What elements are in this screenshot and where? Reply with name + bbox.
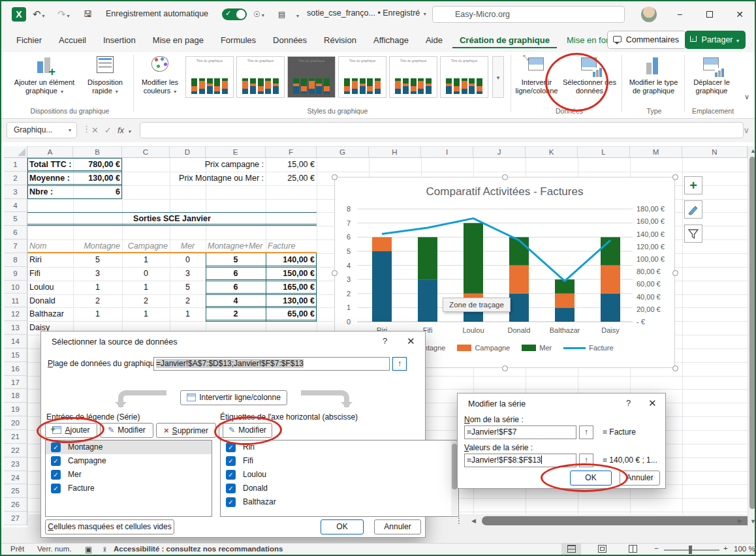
row-header-21[interactable]: 21	[4, 430, 27, 444]
checkbox-checked-icon[interactable]: ✓	[226, 456, 236, 466]
row-header-23[interactable]: 23	[4, 457, 27, 471]
cell-E7[interactable]: Montagne+Mer	[206, 239, 266, 253]
row-header-20[interactable]: 20	[4, 416, 27, 430]
chart-style-thumbnail[interactable]: Titre du graphique	[440, 56, 488, 98]
accessibility-status[interactable]: Accessibilité : consultez nos recommanda…	[114, 545, 283, 553]
cell-B1[interactable]: 780,00 €	[73, 158, 122, 172]
legend-item-facture[interactable]: Facture	[563, 344, 613, 352]
scroll-left-icon[interactable]: ◀	[471, 517, 476, 524]
row-header-22[interactable]: 22	[4, 444, 27, 457]
row-header-24[interactable]: 24	[4, 471, 27, 485]
cell-D7[interactable]: Mer	[170, 239, 206, 253]
legend-series-campagne[interactable]: ✓Campagne	[46, 454, 212, 468]
select-all-corner[interactable]	[4, 146, 27, 158]
switch-row-column-button[interactable]: ⤡ Intervertir ligne/colonne	[513, 55, 560, 102]
row-header-11[interactable]: 11	[4, 294, 27, 308]
cell-F9[interactable]: 150,00 €	[266, 267, 317, 281]
cell-A2[interactable]: Moyenne :	[27, 172, 73, 185]
chart-data-range-input[interactable]: =Janvier!$A$7:$D$13;Janvier!$F$7:$F$13	[153, 357, 390, 371]
select-data-button[interactable]: Sélectionner des données	[561, 55, 618, 102]
ok-button[interactable]: OK	[570, 471, 612, 486]
cell-D2[interactable]: Prix Montagne ou Mer :	[170, 172, 266, 185]
cell-A7[interactable]: Nom	[27, 239, 73, 253]
legend-entries-list[interactable]: ✓Montagne✓Campagne✓Mer✓Facture	[45, 440, 212, 517]
cell-D1[interactable]: Prix campagne :	[170, 158, 266, 172]
close-button[interactable]: ✕	[725, 1, 755, 27]
column-header-E[interactable]: E	[206, 146, 266, 158]
cell-C9[interactable]: 0	[122, 267, 170, 281]
cell-F1[interactable]: 15,00 €	[266, 158, 317, 172]
selection-handle[interactable]	[332, 174, 338, 180]
dialog-close-button[interactable]: ✕	[407, 335, 415, 347]
cell-E10[interactable]: 6	[206, 281, 266, 294]
select-data-source-dialog[interactable]: Sélectionner la source de données ? ✕ Pl…	[40, 331, 426, 538]
cell-C7[interactable]: Campagne	[122, 239, 170, 253]
column-header-F[interactable]: F	[266, 146, 317, 158]
chart-style-button[interactable]	[684, 200, 702, 219]
axis-item-donald[interactable]: ✓Donald	[221, 482, 458, 495]
row-header-15[interactable]: 15	[4, 348, 27, 362]
row-header-25[interactable]: 25	[4, 484, 27, 498]
row-header-16[interactable]: 16	[4, 362, 27, 376]
row-header-9[interactable]: 9	[4, 267, 27, 281]
cell-A1[interactable]: Total TTC :	[27, 158, 73, 172]
row-header-2[interactable]: 2	[4, 172, 27, 185]
cell-C10[interactable]: 1	[122, 281, 170, 294]
column-header-H[interactable]: H	[369, 146, 421, 158]
zoom-level[interactable]: 100 %	[734, 545, 755, 553]
tab-aide[interactable]: Aide	[418, 31, 450, 49]
save-icon[interactable]: 🖫	[84, 7, 92, 22]
selection-handle[interactable]	[502, 365, 508, 371]
cell-F12[interactable]: 65,00 €	[266, 307, 317, 321]
column-header-J[interactable]: J	[473, 146, 526, 158]
row-header-1[interactable]: 1	[4, 158, 27, 172]
legend-series-montagne[interactable]: ✓Montagne	[46, 440, 212, 454]
redo-button[interactable]: ↷▾	[57, 7, 70, 22]
cell-A10[interactable]: Loulou	[27, 281, 73, 294]
selection-handle[interactable]	[332, 270, 338, 276]
zoom-out-button[interactable]: −	[654, 544, 659, 552]
cell-A5[interactable]: Sorties SCE Janvier	[27, 212, 317, 226]
maximize-button[interactable]	[695, 1, 725, 27]
tab-affichage[interactable]: Affichage	[366, 31, 416, 49]
vscroll-thumb[interactable]	[749, 157, 755, 509]
checkbox-checked-icon[interactable]: ✓	[51, 470, 61, 480]
name-box[interactable]: Graphiqu...▾	[7, 122, 77, 138]
remove-series-button[interactable]: ×Supprimer	[156, 423, 216, 438]
cell-A11[interactable]: Donald	[27, 294, 73, 308]
scroll-down-icon[interactable]: ▼	[750, 518, 756, 525]
cell-E12[interactable]: 2	[206, 307, 266, 321]
hscroll-thumb[interactable]	[482, 516, 756, 525]
column-header-M[interactable]: M	[630, 146, 682, 158]
change-colors-button[interactable]: Modifier les couleurs ▾	[136, 55, 184, 102]
vertical-scrollbar[interactable]: ▲ ▼	[748, 146, 756, 527]
cell-D11[interactable]: 2	[170, 294, 206, 308]
range-picker-button[interactable]: ↑	[579, 425, 593, 439]
row-header-10[interactable]: 10	[4, 281, 27, 294]
switch-row-column-dialog-button[interactable]: Intervertir ligne/colonne	[180, 390, 287, 405]
cell-E9[interactable]: 6	[206, 267, 266, 281]
zoom-in-button[interactable]: +	[723, 544, 728, 552]
cell-A3[interactable]: Nbre :	[27, 185, 73, 199]
cell-B11[interactable]: 2	[73, 294, 122, 308]
cell-B9[interactable]: 3	[73, 267, 122, 281]
row-header-7[interactable]: 7	[4, 239, 27, 253]
series-name-input[interactable]: =Janvier!$F$7	[464, 425, 576, 439]
legend-series-mer[interactable]: ✓Mer	[46, 468, 212, 482]
column-header-L[interactable]: L	[578, 146, 630, 158]
column-header-N[interactable]: N	[682, 146, 748, 158]
cell-A12[interactable]: Balthazar	[27, 307, 73, 321]
scroll-split-handle[interactable]: ⋮	[455, 516, 463, 525]
legend-item-campagne[interactable]: Campagne	[457, 344, 510, 352]
chart-style-thumbnail[interactable]: Titre du graphique	[185, 56, 234, 98]
page-layout-view-button[interactable]	[592, 544, 612, 556]
chart-style-thumbnail[interactable]: Titre du graphique	[236, 56, 285, 98]
tab-cr-ation-de-graphique[interactable]: Création de graphique	[452, 31, 557, 49]
axis-item-loulou[interactable]: ✓Loulou	[221, 468, 458, 482]
macro-record-icon[interactable]: ▣	[85, 545, 92, 554]
column-header-G[interactable]: G	[317, 146, 369, 158]
column-header-A[interactable]: A	[27, 146, 73, 158]
tab-formules[interactable]: Formules	[213, 31, 263, 49]
tab-donn-es[interactable]: Données	[266, 31, 314, 49]
comments-button[interactable]: Commentaires	[607, 31, 686, 49]
